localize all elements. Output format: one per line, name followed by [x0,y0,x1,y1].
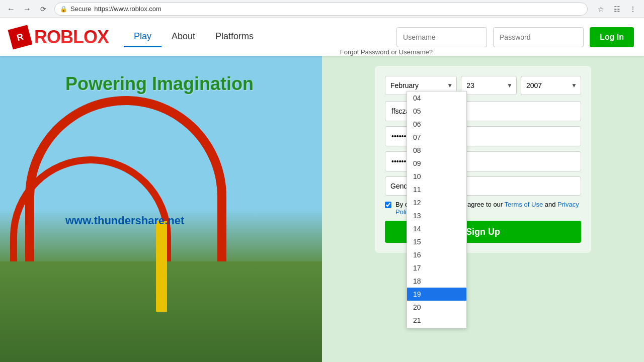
forward-button[interactable]: → [20,2,34,16]
main-page: R ROBLOX Play About Platforms Log In For… [0,18,644,362]
dropdown-item-13[interactable]: 13 [407,209,466,222]
tagline: Powering Imagination [65,73,254,95]
nav-platforms[interactable]: Platforms [205,27,264,47]
dropdown-item-15[interactable]: 15 [407,235,466,248]
dropdown-item-05[interactable]: 05 [407,105,466,118]
terms-of-use-link[interactable]: Terms of Use [505,201,543,208]
dropdown-item-17[interactable]: 17 [407,261,466,275]
nav-about[interactable]: About [162,27,205,47]
logo-text: ROBLOX [34,27,109,48]
dropdown-item-20[interactable]: 20 [407,301,466,314]
dropdown-item-21[interactable]: 21 [407,314,466,327]
extensions-button[interactable]: ☷ [610,2,624,16]
terms-checkbox[interactable] [385,202,391,208]
dropdown-item-14[interactable]: 14 [407,222,466,235]
browser-chrome: ← → ⟳ 🔒 Secure https://www.roblox.com ☆ … [0,0,644,18]
dropdown-item-09[interactable]: 09 [407,157,466,170]
menu-button[interactable]: ⋮ [626,2,640,16]
dropdown-item-08[interactable]: 08 [407,144,466,157]
day-dropdown-overlay: 0405060708091011121314151617181920212223 [407,91,467,328]
dropdown-item-10[interactable]: 10 [407,170,466,183]
forgot-password-link[interactable]: Forgot Password or Username? [340,48,433,56]
nav-play[interactable]: Play [124,27,162,47]
secure-label: Secure [70,5,91,13]
dropdown-item-19[interactable]: 19 [407,288,466,301]
day-dropdown-list: 0405060708091011121314151617181920212223 [407,92,466,328]
lock-icon: 🔒 [60,6,67,13]
dropdown-item-16[interactable]: 16 [407,248,466,261]
signup-area: February JanuaryMarch ▼ 23 ▼ 2007 ▼ [322,56,644,362]
dropdown-item-07[interactable]: 07 [407,131,466,144]
nav-links: Play About Platforms [124,27,264,47]
day-select[interactable]: 23 [461,76,517,95]
dropdown-item-18[interactable]: 18 [407,275,466,288]
login-button[interactable]: Log In [590,27,634,47]
login-username-input[interactable] [396,27,487,47]
url-text: https://www.roblox.com [94,5,162,13]
dropdown-item-12[interactable]: 12 [407,196,466,209]
address-bar[interactable]: 🔒 Secure https://www.roblox.com [54,3,588,16]
back-button[interactable]: ← [4,2,18,16]
day-select-wrap: 23 ▼ [461,76,517,95]
yellow-pole [156,221,167,312]
browser-nav-buttons: ← → ⟳ [4,2,50,16]
login-password-input[interactable] [493,27,584,47]
dropdown-item-06[interactable]: 06 [407,118,466,131]
year-select[interactable]: 2007 [521,76,581,95]
dropdown-item-11[interactable]: 11 [407,183,466,196]
dropdown-item-04[interactable]: 04 [407,92,466,105]
watermark: www.thundershare.net [65,214,184,227]
bookmark-star-button[interactable]: ☆ [594,2,608,16]
coaster-background [0,56,322,362]
logo-area: R ROBLOX [10,27,109,48]
roblox-header: R ROBLOX Play About Platforms Log In [0,18,644,56]
browser-actions: ☆ ☷ ⋮ [594,2,640,16]
header-right: Log In [396,27,634,47]
dropdown-item-22[interactable]: 22 [407,327,466,328]
roblox-logo-icon: R [8,25,33,49]
refresh-button[interactable]: ⟳ [36,2,50,16]
year-select-wrap: 2007 ▼ [521,76,581,95]
